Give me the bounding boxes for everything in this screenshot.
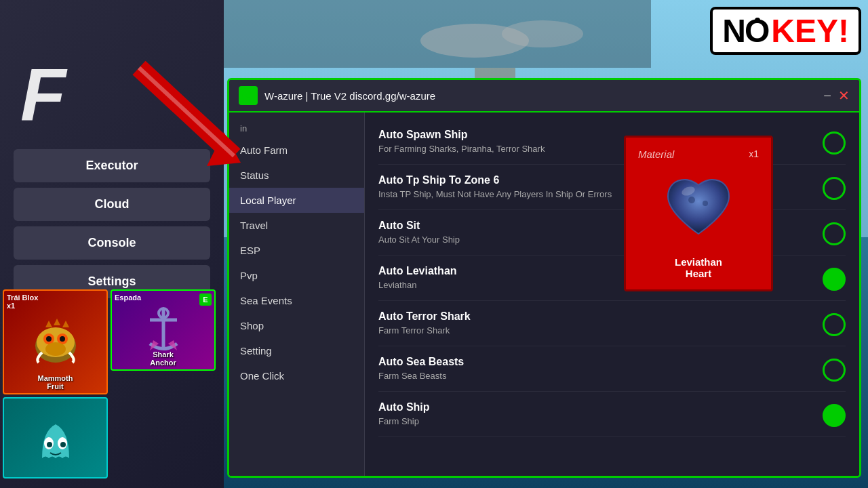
svg-point-34 <box>688 197 695 203</box>
e-badge: E <box>199 293 212 306</box>
f-logo: F <box>20 58 88 139</box>
leviathan-heart-image <box>654 163 743 253</box>
svg-point-13 <box>45 342 66 356</box>
ghost-card <box>3 397 108 479</box>
window-title: W-azure | True V2 discord.gg/w-azure <box>264 90 816 102</box>
mammoth-count: Trái Bloxx1 <box>7 293 38 310</box>
bottom-items: Trái Bloxx1 <box>0 287 224 481</box>
feature-info-auto-ship: Auto Ship Farm Ship <box>378 401 823 426</box>
leviathan-popup: Material x1 LeviathanHeart <box>624 136 773 291</box>
toggle-auto-sit[interactable] <box>823 222 846 245</box>
toggle-auto-sea-beasts[interactable] <box>823 359 846 382</box>
feature-title-auto-sea-beasts: Auto Sea Beasts <box>378 356 812 368</box>
close-button[interactable]: ✕ <box>838 89 850 102</box>
mammoth-label: MammothFruit <box>4 374 106 390</box>
nav-sea-events[interactable]: Sea Events <box>229 288 364 313</box>
feature-desc-auto-terror-shark: Farm Terror Shark <box>378 325 812 336</box>
feature-auto-spawn-ship: Auto Spawn Ship For Farming Sharks, Pira… <box>378 119 846 165</box>
nav-local-player[interactable]: Local Player <box>229 188 364 213</box>
no-key-label: N O KEY! <box>710 7 861 55</box>
feature-title-auto-ship: Auto Ship <box>378 401 812 413</box>
svg-point-26 <box>47 442 52 447</box>
feature-desc-auto-sea-beasts: Farm Sea Beasts <box>378 371 812 381</box>
nav-setting[interactable]: Setting <box>229 338 364 363</box>
console-button[interactable]: Console <box>14 226 210 260</box>
feature-auto-sit: Auto Sit Auto Sit At Your Ship <box>378 210 846 256</box>
feature-desc-auto-ship: Farm Ship <box>378 416 812 426</box>
key-text: KEY! <box>771 12 849 49</box>
toggle-auto-spawn-ship[interactable] <box>823 131 846 155</box>
ghost-icon <box>28 411 83 465</box>
red-arrow <box>119 61 254 186</box>
toggle-auto-ship[interactable] <box>823 404 846 427</box>
leviathan-count-label: x1 <box>749 148 759 159</box>
svg-point-35 <box>703 201 708 206</box>
nav-shop[interactable]: Shop <box>229 313 364 338</box>
toggle-auto-terror-shark[interactable] <box>823 313 846 336</box>
toggle-auto-leviathan[interactable] <box>823 268 846 291</box>
svg-point-15 <box>60 336 65 342</box>
svg-marker-17 <box>54 319 60 325</box>
leviathan-name: LeviathanHeart <box>675 256 722 279</box>
nav-pvp[interactable]: Pvp <box>229 263 364 288</box>
feature-auto-ship: Auto Ship Farm Ship <box>378 392 846 437</box>
leviathan-material-label: Material <box>638 148 674 160</box>
title-bar: W-azure | True V2 discord.gg/w-azure − ✕ <box>229 80 859 113</box>
espada-card: Espada E SharkAnchor <box>111 289 216 371</box>
content-area: Auto Spawn Ship For Farming Sharks, Pira… <box>365 113 859 476</box>
nav-travel[interactable]: Travel <box>229 213 364 238</box>
toggle-auto-tp-ship[interactable] <box>823 177 846 200</box>
minimize-button[interactable]: − <box>823 89 831 102</box>
feature-auto-leviathan: Auto Leviathan Leviathan <box>378 256 846 301</box>
shark-anchor-icon <box>140 303 187 357</box>
svg-marker-18 <box>62 321 69 327</box>
feature-auto-terror-shark: Auto Terror Shark Farm Terror Shark <box>378 301 846 346</box>
nav-one-click[interactable]: One Click <box>229 363 364 388</box>
nav-esp[interactable]: ESP <box>229 238 364 263</box>
svg-marker-16 <box>45 321 52 327</box>
mammoth-icon <box>28 315 83 369</box>
feature-title-auto-terror-shark: Auto Terror Shark <box>378 310 812 323</box>
cloud-button[interactable]: Cloud <box>14 188 210 221</box>
feature-info-auto-terror-shark: Auto Terror Shark Farm Terror Shark <box>378 310 823 336</box>
espada-name-label: Espada <box>115 293 141 302</box>
feature-info-auto-sea-beasts: Auto Sea Beasts Farm Sea Beasts <box>378 356 823 381</box>
feature-auto-sea-beasts: Auto Sea Beasts Farm Sea Beasts <box>378 346 846 392</box>
no-text: N <box>722 12 745 49</box>
svg-point-14 <box>46 336 52 342</box>
mammoth-fruit-card: Trái Bloxx1 <box>3 289 108 394</box>
feature-auto-tp-ship: Auto Tp Ship To Zone 6 Insta TP Ship, Mu… <box>378 165 846 210</box>
svg-point-27 <box>60 442 66 447</box>
espada-label: SharkAnchor <box>112 350 214 367</box>
